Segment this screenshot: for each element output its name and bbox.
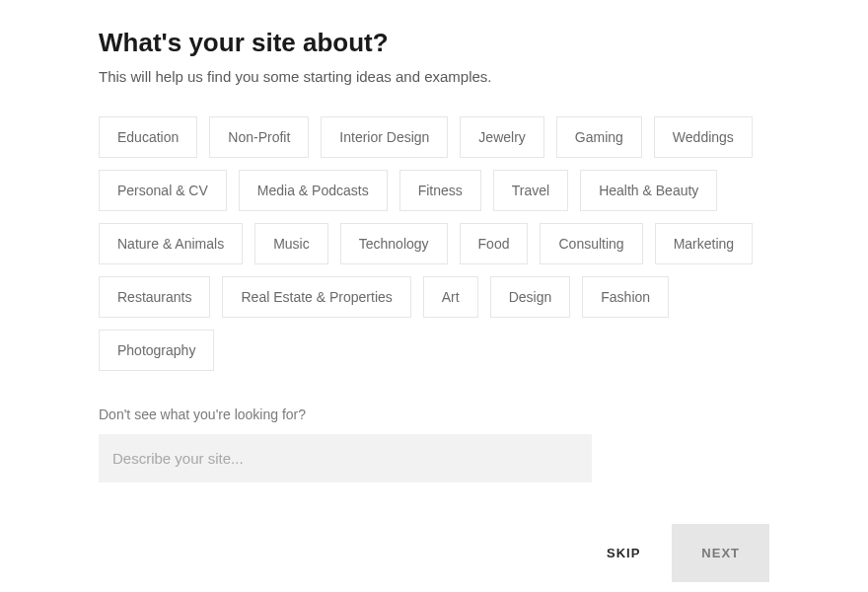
topic-fitness[interactable]: Fitness [399, 170, 481, 211]
topic-nature-animals[interactable]: Nature & Animals [99, 223, 243, 264]
topic-consulting[interactable]: Consulting [540, 223, 642, 264]
topic-marketing[interactable]: Marketing [655, 223, 753, 264]
topic-technology[interactable]: Technology [340, 223, 448, 264]
topic-real-estate[interactable]: Real Estate & Properties [222, 276, 410, 318]
topic-food[interactable]: Food [460, 223, 529, 264]
page-subtitle: This will help us find you some starting… [99, 68, 769, 85]
next-button[interactable]: NEXT [672, 524, 769, 582]
topic-weddings[interactable]: Weddings [654, 116, 753, 158]
skip-button[interactable]: SKIP [603, 538, 644, 568]
footer-actions: SKIP NEXT [603, 524, 769, 582]
topic-restaurants[interactable]: Restaurants [99, 276, 210, 318]
onboarding-step: What's your site about? This will help u… [0, 0, 868, 482]
topic-music[interactable]: Music [254, 223, 328, 264]
topic-education[interactable]: Education [99, 116, 197, 158]
topic-design[interactable]: Design [490, 276, 571, 318]
page-title: What's your site about? [99, 28, 769, 58]
topic-non-profit[interactable]: Non-Profit [209, 116, 309, 158]
topic-art[interactable]: Art [423, 276, 478, 318]
topic-jewelry[interactable]: Jewelry [460, 116, 543, 158]
topic-list: Education Non-Profit Interior Design Jew… [99, 116, 769, 371]
topic-fashion[interactable]: Fashion [582, 276, 669, 318]
topic-travel[interactable]: Travel [493, 170, 568, 211]
describe-site-input[interactable] [99, 434, 592, 482]
topic-personal-cv[interactable]: Personal & CV [99, 170, 227, 211]
topic-photography[interactable]: Photography [99, 330, 214, 371]
topic-gaming[interactable]: Gaming [556, 116, 642, 158]
topic-health-beauty[interactable]: Health & Beauty [580, 170, 717, 211]
custom-topic-prompt: Don't see what you're looking for? [99, 407, 769, 422]
topic-media-podcasts[interactable]: Media & Podcasts [239, 170, 388, 211]
topic-interior-design[interactable]: Interior Design [321, 116, 448, 158]
